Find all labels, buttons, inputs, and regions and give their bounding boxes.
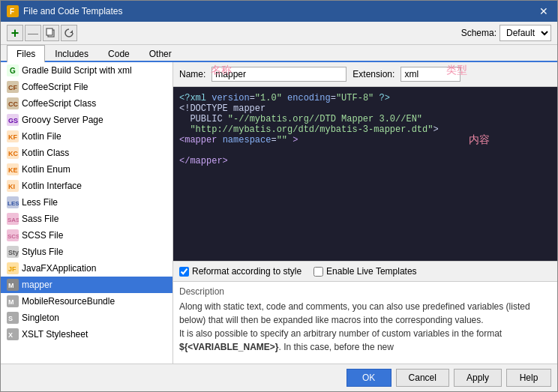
apply-button[interactable]: Apply xyxy=(454,369,502,387)
extension-label: Extension: xyxy=(352,69,394,79)
svg-text:Sty: Sty xyxy=(8,249,19,256)
description-area: Description Along with static text, code… xyxy=(173,281,557,364)
list-item-kotlin-file[interactable]: KF Kotlin File xyxy=(1,128,172,145)
list-item-mapper[interactable]: M mapper xyxy=(1,277,172,293)
list-item-javafx[interactable]: JF JavaFXApplication xyxy=(1,260,172,277)
list-item-groovy[interactable]: GS Groovy Server Page xyxy=(1,112,172,128)
list-item-less[interactable]: LESS Less File xyxy=(1,194,172,211)
groovy-icon: GS xyxy=(7,114,19,126)
svg-text:JF: JF xyxy=(8,265,16,273)
cancel-button[interactable]: Cancel xyxy=(396,369,449,387)
code-editor[interactable]: <?xml version="1.0" encoding="UTF-8" ?> … xyxy=(173,87,557,261)
name-label: Name: xyxy=(179,69,206,79)
svg-text:X: X xyxy=(8,331,13,339)
list-item-coffeescript-class[interactable]: CC CoffeeScript Class xyxy=(1,95,172,112)
sass-icon: SASS xyxy=(7,213,19,225)
list-item-kotlin-interface[interactable]: KI Kotlin Interface xyxy=(1,178,172,194)
title-bar: F File and Code Templates ✕ xyxy=(1,1,557,22)
list-item-mobile-resource[interactable]: M MobileResourceBundle xyxy=(1,293,172,310)
kotlin-interface-icon: KI xyxy=(7,180,19,192)
schema-select[interactable]: Default xyxy=(500,25,551,41)
kotlin-class-icon: KC xyxy=(7,147,19,159)
dialog-title: File and Code Templates xyxy=(23,6,536,16)
less-icon: LESS xyxy=(7,196,19,208)
tab-code[interactable]: Code xyxy=(98,45,140,62)
coffeescript-class-icon: CC xyxy=(7,97,19,109)
code-line-6 xyxy=(179,145,551,156)
description-text: Along with static text, code and comment… xyxy=(179,300,551,354)
svg-text:GS: GS xyxy=(8,117,18,124)
help-button[interactable]: Help xyxy=(506,369,551,387)
scss-icon: SCSS xyxy=(7,229,19,241)
content-area: 名称 类型 内容 G Gradle Build Script with xml … xyxy=(1,62,557,364)
options-row: Reformat according to style Enable Live … xyxy=(173,261,557,281)
list-item-label: JavaFXApplication xyxy=(22,263,96,274)
svg-rect-3 xyxy=(46,28,52,35)
list-item-label: Gradle Build Script with xml xyxy=(22,65,132,76)
schema-area: Schema: Default xyxy=(461,25,551,41)
remove-button[interactable]: — xyxy=(25,25,41,41)
ok-button[interactable]: OK xyxy=(346,369,392,387)
list-item-scss[interactable]: SCSS SCSS File xyxy=(1,227,172,244)
javafx-icon: JF xyxy=(7,262,19,274)
list-item-label: Singleton xyxy=(22,313,59,323)
live-templates-checkbox[interactable] xyxy=(314,267,323,277)
name-input[interactable] xyxy=(212,67,346,82)
list-item-kotlin-class[interactable]: KC Kotlin Class xyxy=(1,145,172,161)
toolbar: + — Schema: Default xyxy=(1,22,557,45)
svg-text:KE: KE xyxy=(8,166,18,174)
svg-text:M: M xyxy=(8,298,14,306)
code-line-4: "http://mybatis.org/dtd/mybatis-3-mapper… xyxy=(179,124,551,135)
list-item-label: Kotlin Enum xyxy=(22,164,70,175)
svg-text:F: F xyxy=(10,7,14,16)
copy-button[interactable] xyxy=(43,25,59,41)
extension-input[interactable] xyxy=(400,67,460,82)
tab-files[interactable]: Files xyxy=(7,45,45,62)
list-item-stylus[interactable]: Sty Stylus File xyxy=(1,244,172,260)
list-item-label: MobileResourceBundle xyxy=(22,296,115,307)
reset-button[interactable] xyxy=(61,25,77,41)
svg-marker-4 xyxy=(70,30,73,33)
svg-text:S: S xyxy=(8,315,13,322)
code-line-5: <mapper namespace="" > xyxy=(179,135,551,145)
tab-includes[interactable]: Includes xyxy=(45,45,98,62)
svg-text:LESS: LESS xyxy=(8,200,19,207)
gradle-icon: G xyxy=(7,64,19,76)
list-item-gradle[interactable]: G Gradle Build Script with xml xyxy=(1,62,172,79)
list-item-kotlin-enum[interactable]: KE Kotlin Enum xyxy=(1,161,172,178)
kotlin-file-icon: KF xyxy=(7,130,19,142)
reformat-checkbox[interactable] xyxy=(179,267,189,277)
svg-text:CF: CF xyxy=(8,84,17,91)
close-button[interactable]: ✕ xyxy=(536,4,551,19)
name-ext-row: Name: Extension: xyxy=(173,62,557,87)
file-list: G Gradle Build Script with xml CF Coffee… xyxy=(1,62,173,364)
live-templates-label: Enable Live Templates xyxy=(326,266,417,277)
code-line-1: <?xml version="1.0" encoding="UTF-8" ?> xyxy=(179,93,551,103)
list-item-label: Kotlin Class xyxy=(22,148,69,158)
stylus-icon: Sty xyxy=(7,246,19,258)
bottom-buttons: OK Cancel Apply Help xyxy=(1,364,557,391)
add-button[interactable]: + xyxy=(7,25,23,41)
code-line-7: </mapper> xyxy=(179,156,551,166)
list-item-label: CoffeeScript Class xyxy=(22,98,96,109)
list-item-sass[interactable]: SASS Sass File xyxy=(1,211,172,227)
tab-other[interactable]: Other xyxy=(140,45,182,62)
svg-text:KI: KI xyxy=(8,183,15,190)
description-label: Description xyxy=(179,286,551,297)
reformat-label: Reformat according to style xyxy=(192,266,302,277)
list-item-label: Kotlin Interface xyxy=(22,181,82,191)
list-item-singleton[interactable]: S Singleton xyxy=(1,310,172,326)
right-panel: Name: Extension: <?xml version="1.0" enc… xyxy=(173,62,557,364)
code-line-3: PUBLIC "-//mybatis.org//DTD Mapper 3.0//… xyxy=(179,114,551,124)
list-item-label: mapper xyxy=(22,280,52,290)
live-templates-option[interactable]: Enable Live Templates xyxy=(314,266,417,277)
svg-text:SCSS: SCSS xyxy=(8,233,19,240)
xslt-icon: X xyxy=(7,328,19,340)
dialog: F File and Code Templates ✕ + — Schema: … xyxy=(0,0,558,392)
list-item-label: CoffeeScript File xyxy=(22,82,88,92)
coffeescript-file-icon: CF xyxy=(7,81,19,93)
list-item-xslt[interactable]: X XSLT Stylesheet xyxy=(1,326,172,343)
svg-text:M: M xyxy=(8,282,14,289)
list-item-coffeescript-file[interactable]: CF CoffeeScript File xyxy=(1,79,172,95)
reformat-option[interactable]: Reformat according to style xyxy=(179,266,302,277)
